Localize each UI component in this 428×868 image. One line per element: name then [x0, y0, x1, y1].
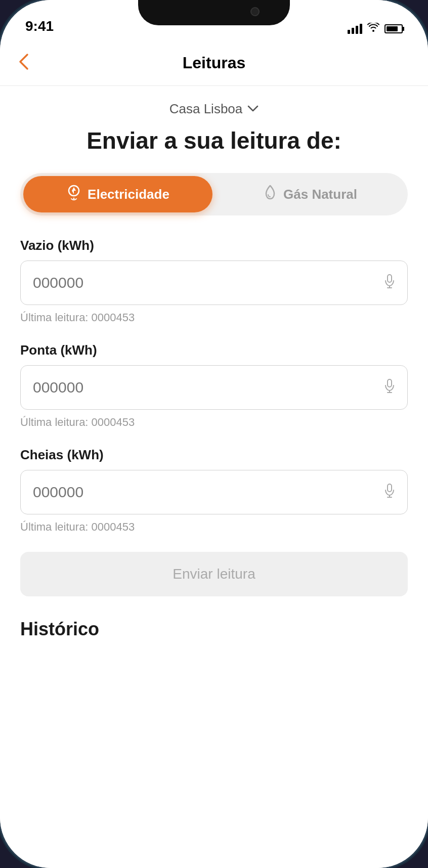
tab-electricidade[interactable]: Electricidade — [23, 176, 212, 212]
field-cheias-input[interactable] — [33, 484, 384, 501]
field-vazio-input[interactable] — [33, 274, 384, 291]
field-ponta-label: Ponta (kWh) — [20, 342, 408, 358]
main-heading: Enviar a sua leitura de: — [20, 127, 408, 155]
tab-gas-label: Gás Natural — [283, 187, 357, 202]
chevron-down-icon — [247, 103, 259, 115]
field-vazio: Vazio (kWh) Última leitura: 0000453 — [20, 238, 408, 324]
gas-icon — [263, 185, 277, 204]
field-cheias-label: Cheias (kWh) — [20, 447, 408, 463]
last-reading-ponta: Última leitura: 0000453 — [20, 416, 408, 429]
tab-gas[interactable]: Gás Natural — [216, 176, 405, 212]
tab-toggle: Electricidade Gás Natural — [20, 173, 408, 215]
last-reading-vazio: Última leitura: 0000453 — [20, 311, 408, 324]
wifi-icon — [367, 23, 379, 34]
mic-icon-vazio[interactable] — [384, 274, 395, 292]
svg-rect-1 — [388, 275, 392, 282]
last-reading-cheias: Última leitura: 0000453 — [20, 520, 408, 534]
notch — [138, 0, 290, 25]
svg-rect-4 — [388, 379, 392, 387]
electricity-icon — [66, 184, 81, 205]
svg-rect-7 — [388, 484, 392, 492]
back-button[interactable] — [18, 53, 29, 73]
screen: 9:41 — [0, 0, 428, 868]
historico-title: Histórico — [20, 619, 408, 640]
field-cheias-input-wrapper — [20, 470, 408, 514]
status-time: 9:41 — [25, 18, 54, 34]
signal-icon — [348, 24, 362, 34]
field-ponta-input-wrapper — [20, 365, 408, 410]
submit-button[interactable]: Enviar leitura — [20, 552, 408, 596]
tab-electricidade-label: Electricidade — [88, 187, 169, 202]
status-icons — [348, 23, 403, 34]
field-vazio-input-wrapper — [20, 261, 408, 305]
nav-bar: Leituras — [0, 40, 428, 86]
battery-icon — [384, 24, 403, 33]
field-vazio-label: Vazio (kWh) — [20, 238, 408, 253]
mic-icon-cheias[interactable] — [384, 484, 395, 501]
phone-frame: 9:41 — [0, 0, 428, 868]
field-ponta: Ponta (kWh) Última leitura: 0000453 — [20, 342, 408, 429]
field-cheias: Cheias (kWh) Última leitura: 0000453 — [20, 447, 408, 534]
location-selector[interactable]: Casa Lisboa — [20, 86, 408, 127]
nav-title: Leituras — [183, 54, 245, 72]
location-text: Casa Lisboa — [169, 101, 243, 117]
field-ponta-input[interactable] — [33, 379, 384, 396]
mic-icon-ponta[interactable] — [384, 379, 395, 397]
front-camera — [250, 7, 260, 16]
content-area: Casa Lisboa Enviar a sua leitura de: — [0, 86, 428, 868]
